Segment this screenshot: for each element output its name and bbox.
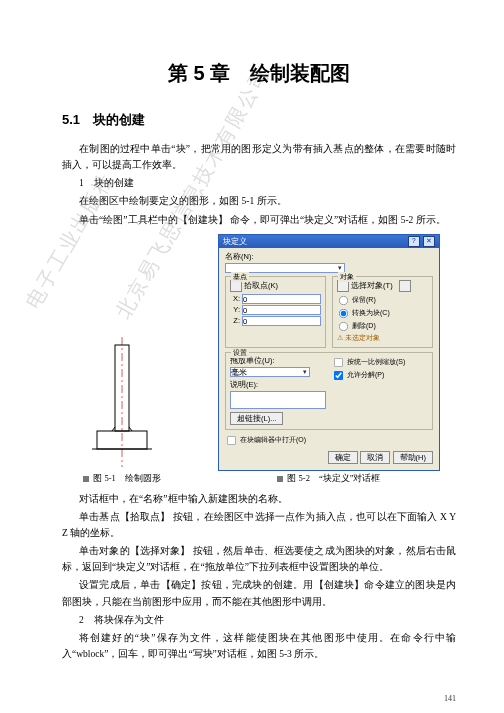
retain-label: 保留(R) <box>352 296 376 303</box>
section-title: 5.1 块的创建 <box>62 111 456 129</box>
convert-label: 转换为块(C) <box>352 309 390 316</box>
figure-5-2: 块定义 ? ✕ 名称(N): 基点 <box>202 234 456 471</box>
subhead-1: 1 块的创建 <box>62 175 456 191</box>
scale-uniform-label: 按统一比例缩放(S) <box>347 358 405 365</box>
objects-group: 对象 选择对象(T) 保留(R) 转换为块(C) 删除(D) ⚠ 未选定对象 <box>332 276 433 348</box>
paragraph: 对话框中，在“名称”框中输入新建图块的名称。 <box>62 491 456 507</box>
open-editor-check[interactable] <box>227 436 236 445</box>
dialog-titlebar: 块定义 ? ✕ <box>219 235 439 248</box>
select-objects-label[interactable]: 选择对象(T) <box>351 281 393 290</box>
allow-explode-label: 允许分解(P) <box>347 371 384 378</box>
x-label: X: <box>230 294 240 303</box>
figure-5-1 <box>62 337 182 471</box>
cancel-button[interactable]: 取消 <box>360 451 390 464</box>
z-input[interactable]: 0 <box>242 316 321 326</box>
paragraph: 在制图的过程中单击“块”，把常用的图形定义为带有插入基点的整体，在需要时随时插入… <box>62 141 456 173</box>
objects-group-title: 对象 <box>338 272 356 282</box>
x-input[interactable]: 0 <box>242 294 321 304</box>
settings-group-title: 设置 <box>231 348 249 358</box>
paragraph: 单击“绘图”工具栏中的【创建块】 命令，即可弹出“块定义”对话框，如图 5-2 … <box>62 212 456 228</box>
y-input[interactable]: 0 <box>242 305 321 315</box>
retain-radio[interactable] <box>339 296 348 305</box>
figure-5-2-caption: 图 5-2 “块定义”对话框 <box>202 473 456 485</box>
help-button[interactable]: 帮助(H) <box>393 451 433 464</box>
paragraph: 将创建好的“块”保存为文件，这样能使图块在其他图形中使用。在命令行中输入“wbl… <box>62 630 456 662</box>
open-editor-label: 在块编辑器中打开(O) <box>240 436 306 443</box>
subhead-2: 2 将块保存为文件 <box>62 612 456 628</box>
chapter-title: 第 5 章 绘制装配图 <box>62 60 456 87</box>
paragraph: 在绘图区中绘制要定义的图形，如图 5-1 所示。 <box>62 193 456 209</box>
block-definition-dialog: 块定义 ? ✕ 名称(N): 基点 <box>218 234 440 471</box>
z-label: Z: <box>230 316 240 325</box>
y-label: Y: <box>230 305 240 314</box>
basepoint-group: 基点 拾取点(K) X:0 Y:0 Z:0 <box>225 276 326 348</box>
basepoint-group-title: 基点 <box>231 272 249 282</box>
allow-explode-check[interactable] <box>334 371 343 380</box>
quickselect-icon[interactable] <box>399 280 411 292</box>
delete-radio[interactable] <box>339 322 348 331</box>
scale-uniform-check[interactable] <box>334 358 343 367</box>
pick-point-label[interactable]: 拾取点(K) <box>244 281 278 290</box>
paragraph: 单击对象的【选择对象】 按钮，然后单击、框选要使之成为图块的对象，然后右击鼠标，… <box>62 543 456 575</box>
desc-input[interactable] <box>230 391 326 409</box>
desc-label: 说明(E): <box>230 380 326 390</box>
paragraph: 设置完成后，单击【确定】按钮，完成块的创建。用【创建块】命令建立的图块是内部图块… <box>62 577 456 609</box>
name-label: 名称(N): <box>225 252 433 262</box>
delete-label: 删除(D) <box>352 322 376 329</box>
hyperlink-button[interactable]: 超链接(L)... <box>230 412 283 425</box>
unit-select[interactable]: 毫米 <box>230 367 310 377</box>
paragraph: 单击基点【拾取点】 按钮，在绘图区中选择一点作为插入点，也可以在下面输入 X Y… <box>62 509 456 541</box>
ok-button[interactable]: 确定 <box>328 451 358 464</box>
settings-group: 设置 拖放单位(U): 毫米 说明(E): 按 <box>225 352 433 430</box>
convert-radio[interactable] <box>339 309 348 318</box>
close-icon[interactable]: ✕ <box>423 236 435 247</box>
dialog-title-text: 块定义 <box>223 236 247 247</box>
page-number: 141 <box>444 694 456 703</box>
no-object-warning: ⚠ 未选定对象 <box>337 333 428 343</box>
figure-5-1-caption: 图 5-1 绘制圆形 <box>62 473 182 485</box>
help-icon[interactable]: ? <box>408 236 420 247</box>
